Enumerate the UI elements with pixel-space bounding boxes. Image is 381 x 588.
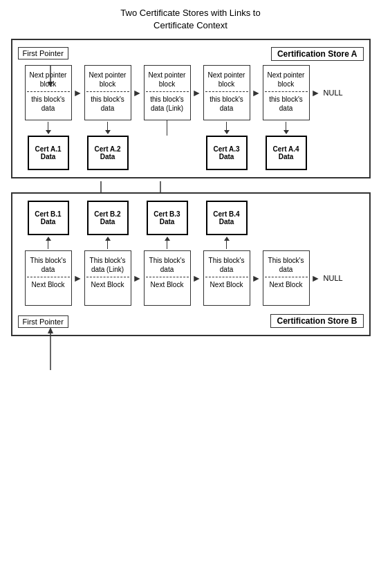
store-a-block-5: Next pointer block this block's data xyxy=(263,65,310,120)
arrow-a3-a4: ► xyxy=(191,87,203,98)
arrow-a2-a3: ► xyxy=(131,87,144,98)
store-b-col-3: This block's data Next Block xyxy=(144,250,191,306)
store-a-block-2: Next pointer block this block's data xyxy=(84,65,131,120)
arrow-a2-down xyxy=(105,120,111,136)
cert-a4: Cert A.4 Data xyxy=(266,136,307,170)
store-b-cert-col-5 xyxy=(263,201,310,250)
arrow-b2-b3: ► xyxy=(131,273,144,284)
arrow-b1-up xyxy=(46,235,51,250)
inter-store-svg xyxy=(11,181,371,192)
store-b-footer: First Pointer Certification Store B xyxy=(18,310,364,328)
store-a-certs-row: Cert A.1 Data Cert A.2 Data xyxy=(25,120,364,170)
store-a-block-4: Next pointer block this block's data xyxy=(203,65,250,120)
arrow-a4-a5: ► xyxy=(250,87,263,98)
store-a-block-1: Next pointer block this block's data xyxy=(25,65,72,120)
store-b-cert-col-3: Cert B.3 Data xyxy=(144,201,191,250)
arrow-b3-b4: ► xyxy=(191,273,203,284)
arrow-a5-null: ► xyxy=(310,87,322,98)
store-b-null: NULL xyxy=(324,274,343,282)
store-b-cert-col-2: Cert B.2 Data xyxy=(84,201,131,250)
cert-b3: Cert B.3 Data xyxy=(147,201,188,235)
store-b-block-1: This block's data Next Block xyxy=(25,250,72,306)
arrow-b1-b2: ► xyxy=(72,273,84,284)
arrow-b4-b5: ► xyxy=(250,273,263,284)
arrow-a5-down xyxy=(284,120,289,136)
store-b-label: Certification Store B xyxy=(270,314,363,328)
arrow-a1-a2: ► xyxy=(72,87,84,98)
store-a-blocks-row: Next pointer block this block's data ► N… xyxy=(25,65,364,120)
arrow-b4-up xyxy=(224,235,230,250)
arrow-a1-down xyxy=(46,120,51,136)
store-b-block-3: This block's data Next Block xyxy=(144,250,191,306)
store-a-col-2: Next pointer block this block's data xyxy=(84,65,131,120)
store-b-certs-row: Cert B.1 Data Cert B.2 Data xyxy=(25,201,364,250)
arrow-b2-up xyxy=(105,235,111,250)
store-b-col-1: This block's data Next Block xyxy=(25,250,72,306)
store-a-cert-col-3 xyxy=(144,120,191,170)
store-a-col-1: Next pointer block this block's data xyxy=(25,65,72,120)
cert-b4: Cert B.4 Data xyxy=(206,201,248,235)
store-a-cert-col-1: Cert A.1 Data xyxy=(25,120,72,170)
arrow-b5-null: ► xyxy=(310,273,322,284)
store-b-col-5: This block's data Next Block xyxy=(263,250,310,306)
main-title: Two Certificate Stores with Links to Cer… xyxy=(120,7,260,32)
store-b-first-pointer: First Pointer xyxy=(18,315,68,328)
store-b-box: Cert B.1 Data Cert B.2 Data xyxy=(11,192,371,336)
arrow-a4-down xyxy=(224,120,230,136)
svg-marker-5 xyxy=(48,327,53,333)
cert-a2: Cert A.2 Data xyxy=(87,136,129,170)
store-b-col-4: This block's data Next Block xyxy=(203,250,250,306)
store-b-block-4: This block's data Next Block xyxy=(203,250,250,306)
store-a-cert-col-5: Cert A.4 Data xyxy=(263,120,310,170)
inter-store-gap xyxy=(11,181,371,192)
store-a-first-pointer: First Pointer xyxy=(18,47,68,59)
store-b-blocks-row: This block's data Next Block ► This bloc… xyxy=(25,250,364,306)
store-a-cert-col-4: Cert A.3 Data xyxy=(203,120,250,170)
store-a-col-4: Next pointer block this block's data xyxy=(203,65,250,120)
store-b-block-2: This block's data (Link) Next Block xyxy=(84,250,131,306)
arrow-b3-up xyxy=(165,235,170,250)
store-a-col-5: Next pointer block this block's data xyxy=(263,65,310,120)
store-a-cert-col-2: Cert A.2 Data xyxy=(84,120,131,170)
store-a-block-3: Next pointer block this block's data (Li… xyxy=(144,65,191,120)
store-a-box: First Pointer Certification Store A Next… xyxy=(11,39,371,178)
store-a-col-3: Next pointer block this block's data (Li… xyxy=(144,65,191,120)
store-a-null: NULL xyxy=(324,89,343,97)
store-a-label: Certification Store A xyxy=(271,47,364,61)
store-b-block-5: This block's data Next Block xyxy=(263,250,310,306)
store-b-cert-col-1: Cert B.1 Data xyxy=(25,201,72,250)
store-b-col-2: This block's data (Link) Next Block xyxy=(84,250,131,306)
store-b-cert-col-4: Cert B.4 Data xyxy=(203,201,250,250)
cert-a3: Cert A.3 Data xyxy=(206,136,248,170)
cert-b2: Cert B.2 Data xyxy=(87,201,129,235)
cert-a1: Cert A.1 Data xyxy=(28,136,69,170)
cert-b1: Cert B.1 Data xyxy=(28,201,69,235)
